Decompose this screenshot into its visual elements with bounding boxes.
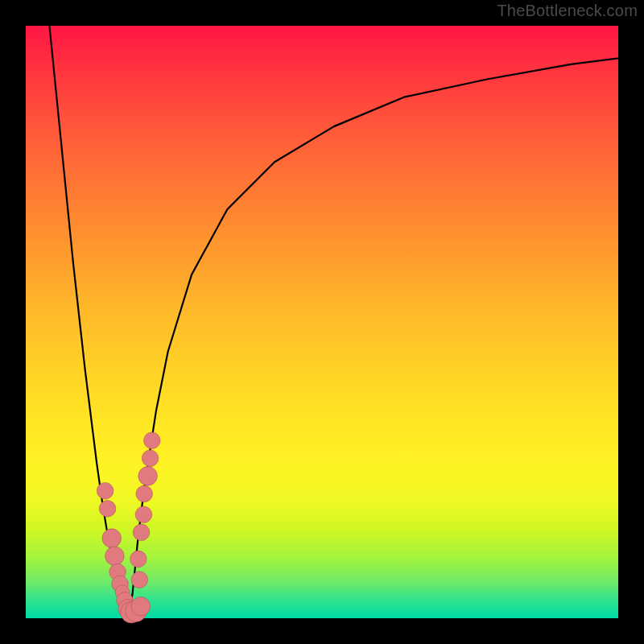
plot-area <box>26 26 618 618</box>
bottleneck-curves <box>49 26 618 613</box>
chart-wrapper: TheBottleneck.com <box>0 0 644 644</box>
marker-15 <box>138 467 158 486</box>
marker-0 <box>97 482 114 499</box>
marker-3 <box>105 547 125 566</box>
marker-18 <box>130 551 147 568</box>
marker-2 <box>102 529 122 548</box>
series-bottleneck-right <box>129 58 618 612</box>
marker-13 <box>135 506 152 523</box>
series-bottleneck-left <box>49 26 129 613</box>
watermark-text: TheBottleneck.com <box>497 2 638 20</box>
chart-frame <box>0 0 644 644</box>
marker-1 <box>99 501 116 518</box>
marker-14 <box>136 485 153 502</box>
chart-svg <box>26 26 618 618</box>
marker-17 <box>143 432 160 449</box>
marker-19 <box>131 572 148 588</box>
marker-16 <box>142 450 159 467</box>
marker-11 <box>131 597 151 617</box>
marker-12 <box>133 524 150 541</box>
